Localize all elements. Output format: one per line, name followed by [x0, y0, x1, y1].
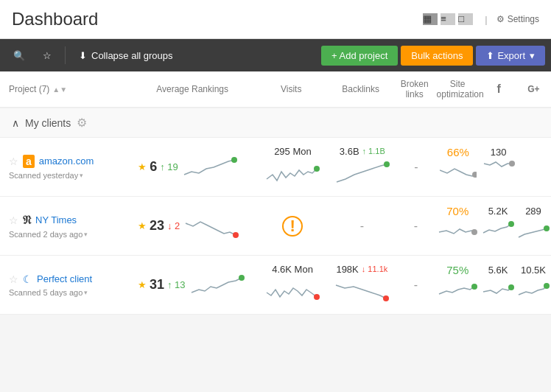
- add-project-button[interactable]: + Add project: [321, 46, 398, 66]
- export-dropdown-icon: ▾: [530, 50, 535, 61]
- col-header-project[interactable]: Project (7) ▲▼: [0, 81, 128, 97]
- gplus-value: 10.5K: [521, 265, 546, 276]
- visits-value: 4.6K Mon: [272, 264, 313, 275]
- backlinks-cell: 198K ↓ 11.1k: [327, 258, 396, 312]
- broken-links-cell: -: [396, 214, 435, 239]
- project-cell: ☆ a amazon.com Scanned yesterday ▾: [0, 149, 129, 186]
- grid-view-icon[interactable]: ▦: [423, 13, 438, 25]
- gplus-value: 289: [525, 206, 541, 217]
- rank-change: ↑ 19: [160, 161, 178, 172]
- visits-chart: [267, 158, 318, 189]
- collapse-all-button[interactable]: ⬇ Collapse all groups: [71, 46, 180, 66]
- search-button[interactable]: 🔍: [6, 46, 32, 66]
- export-button[interactable]: ⬆ Export ▾: [476, 46, 545, 66]
- project-logo: a: [23, 155, 35, 168]
- favorite-star-icon[interactable]: ☆: [9, 155, 18, 167]
- col-header-site-opt[interactable]: Site optimization: [434, 76, 482, 102]
- group-settings-icon[interactable]: ⚙: [77, 116, 87, 130]
- project-list: ☆ a amazon.com Scanned yesterday ▾ ★ 6 ↑…: [0, 138, 551, 315]
- compact-view-icon[interactable]: □: [458, 13, 473, 25]
- project-logo: ☾: [23, 273, 32, 285]
- svg-point-7: [508, 221, 514, 227]
- backlinks-cell: 3.6B ↑ 1.1B: [328, 140, 397, 195]
- col-header-backlinks[interactable]: Backlinks: [326, 81, 395, 97]
- project-cell: ☆ ☾ Perfect client Scanned 5 days ago ▾: [0, 267, 129, 303]
- broken-links-value: -: [414, 220, 418, 233]
- chevron-up-icon[interactable]: ∧: [12, 117, 19, 129]
- rank-star-icon: ★: [138, 279, 147, 290]
- settings-button[interactable]: ⚙ Settings: [496, 14, 539, 24]
- facebook-value: 5.2K: [488, 206, 508, 217]
- site-opt-chart: [440, 158, 477, 189]
- rankings-cell: ★ 31 ↑ 13: [129, 267, 258, 303]
- svg-point-3: [472, 172, 477, 178]
- rank-number: 6: [150, 159, 157, 175]
- scan-status[interactable]: Scanned 2 days ago ▾: [9, 230, 88, 239]
- visits-chart: [267, 276, 318, 307]
- svg-point-0: [231, 157, 237, 163]
- backlinks-cell: -: [327, 214, 396, 239]
- table-header: Project (7) ▲▼ Average Rankings Visits B…: [0, 71, 551, 108]
- gplus-chart: [519, 276, 548, 306]
- broken-links-cell: -: [397, 155, 435, 180]
- site-opt-value: 70%: [446, 205, 468, 217]
- favorites-button[interactable]: ☆: [35, 46, 59, 66]
- table-row: ☆ a amazon.com Scanned yesterday ▾ ★ 6 ↑…: [0, 138, 551, 197]
- dropdown-icon: ▾: [80, 172, 83, 179]
- gplus-chart: [519, 217, 548, 247]
- rank-number: 31: [150, 277, 164, 293]
- facebook-chart: [484, 158, 513, 188]
- scan-status[interactable]: Scanned yesterday ▾: [9, 171, 83, 180]
- col-header-gplus[interactable]: G+: [516, 81, 551, 97]
- header-controls: ▦ ≡ □ | ⚙ Settings: [423, 13, 539, 25]
- export-icon: ⬆: [486, 50, 494, 61]
- backlinks-value: 3.6B: [340, 146, 359, 157]
- settings-label: Settings: [508, 14, 539, 24]
- scan-status[interactable]: Scanned 5 days ago ▾: [9, 288, 88, 297]
- rank-star-icon: ★: [138, 220, 147, 231]
- site-opt-value: 66%: [447, 146, 469, 158]
- backlinks-change: ↓ 11.1k: [362, 265, 387, 273]
- col-header-visits[interactable]: Visits: [256, 81, 326, 97]
- rankings-cell: ★ 6 ↑ 19: [129, 150, 258, 185]
- toolbar-separator: [65, 46, 66, 64]
- collapse-icon: ⬇: [79, 50, 87, 61]
- facebook-cell: 130: [481, 141, 516, 194]
- col-header-facebook[interactable]: f: [482, 80, 516, 99]
- favorite-star-icon[interactable]: ☆: [9, 214, 18, 226]
- project-link[interactable]: NY Times: [35, 214, 77, 225]
- list-view-icon[interactable]: ≡: [441, 13, 455, 25]
- broken-links-value: -: [414, 279, 418, 292]
- bulk-actions-button[interactable]: Bulk actions: [401, 46, 473, 66]
- site-opt-cell: 75%: [435, 258, 480, 312]
- table-row: ☆ ☾ Perfect client Scanned 5 days ago ▾ …: [0, 256, 551, 315]
- facebook-cell: 5.2K: [480, 200, 516, 253]
- site-opt-chart: [439, 217, 476, 248]
- facebook-value: 5.6K: [488, 265, 508, 276]
- project-link[interactable]: Perfect client: [37, 273, 92, 284]
- col-header-broken[interactable]: Broken links: [396, 76, 434, 102]
- site-opt-cell: 70%: [435, 199, 480, 253]
- svg-point-4: [509, 161, 515, 167]
- visits-cell: !: [258, 210, 327, 242]
- backlinks-value: 198K: [336, 264, 358, 275]
- favorite-star-icon[interactable]: ☆: [9, 273, 18, 285]
- svg-point-11: [383, 295, 389, 301]
- project-logo: 𝔑: [23, 214, 31, 227]
- project-link[interactable]: amazon.com: [39, 155, 94, 167]
- svg-point-9: [239, 275, 245, 281]
- svg-point-14: [544, 283, 550, 289]
- rank-number: 23: [150, 218, 164, 234]
- star-icon: ☆: [43, 50, 52, 61]
- site-opt-cell: 66%: [435, 140, 481, 195]
- svg-point-5: [233, 232, 239, 238]
- svg-point-10: [314, 294, 320, 300]
- site-opt-value: 75%: [446, 264, 468, 276]
- gear-icon: ⚙: [496, 14, 505, 24]
- backlinks-chart: [336, 276, 387, 307]
- col-header-rankings[interactable]: Average Rankings: [128, 81, 256, 97]
- dropdown-icon: ▾: [84, 231, 88, 238]
- svg-point-6: [471, 229, 477, 235]
- page-header: Dashboard ▦ ≡ □ | ⚙ Settings: [0, 0, 551, 39]
- gplus-cell: 289: [516, 200, 551, 253]
